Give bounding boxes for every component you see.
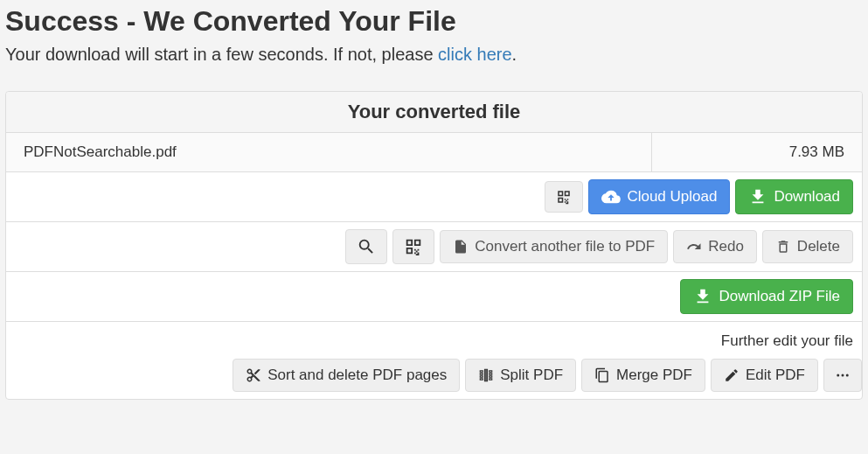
qr-code-icon: [404, 237, 423, 256]
more-options-button[interactable]: [823, 359, 862, 392]
subtitle-suffix: .: [512, 45, 517, 64]
merge-label: Merge PDF: [616, 367, 692, 384]
secondary-action-row: Convert another file to PDF Redo Delete: [6, 222, 862, 272]
download-zip-label: Download ZIP File: [719, 288, 840, 305]
edit-pdf-label: Edit PDF: [746, 367, 805, 384]
svg-point-2: [846, 374, 849, 377]
qr-code-icon: [556, 189, 572, 205]
download-label: Download: [774, 188, 840, 206]
svg-point-0: [837, 374, 839, 377]
redo-icon: [686, 239, 702, 255]
split-icon: [478, 367, 494, 383]
split-pdf-button[interactable]: Split PDF: [465, 359, 576, 392]
primary-action-row: Cloud Upload Download: [6, 172, 862, 222]
convert-another-button[interactable]: Convert another file to PDF: [440, 230, 668, 263]
delete-button[interactable]: Delete: [762, 230, 853, 263]
download-zip-button[interactable]: Download ZIP File: [680, 279, 853, 314]
file-row: PDFNotSearchable.pdf 7.93 MB: [6, 133, 862, 172]
qr-code-button-2[interactable]: [392, 229, 434, 264]
edit-icon: [724, 367, 740, 383]
svg-point-1: [842, 374, 844, 377]
convert-another-label: Convert another file to PDF: [475, 238, 655, 255]
sort-delete-label: Sort and delete PDF pages: [267, 367, 447, 384]
edit-pdf-button[interactable]: Edit PDF: [711, 359, 818, 392]
search-button[interactable]: [345, 229, 387, 264]
edit-section: Further edit your file Sort and delete P…: [6, 322, 862, 399]
merge-pdf-button[interactable]: Merge PDF: [581, 359, 705, 392]
download-icon: [748, 187, 767, 206]
file-name: PDFNotSearchable.pdf: [6, 133, 652, 171]
cloud-upload-label: Cloud Upload: [627, 188, 717, 206]
trash-icon: [775, 239, 791, 255]
delete-label: Delete: [797, 238, 840, 255]
sort-delete-pages-button[interactable]: Sort and delete PDF pages: [233, 359, 460, 392]
page-title: Success - We Converted Your File: [5, 5, 863, 38]
ellipsis-icon: [835, 367, 851, 383]
merge-icon: [594, 367, 610, 383]
download-button[interactable]: Download: [735, 179, 853, 214]
converted-file-panel: Your converted file PDFNotSearchable.pdf…: [5, 91, 863, 400]
scissors-icon: [246, 367, 261, 383]
cloud-upload-icon: [601, 187, 621, 206]
cloud-upload-button[interactable]: Cloud Upload: [588, 179, 730, 214]
redo-button[interactable]: Redo: [673, 230, 757, 263]
file-icon: [453, 239, 469, 255]
file-size: 7.93 MB: [652, 133, 862, 171]
page-subtitle: Your download will start in a few second…: [5, 45, 863, 65]
subtitle-prefix: Your download will start in a few second…: [5, 45, 438, 64]
split-label: Split PDF: [500, 367, 563, 384]
click-here-link[interactable]: click here: [438, 45, 511, 64]
zip-row: Download ZIP File: [6, 272, 862, 322]
download-icon: [693, 287, 712, 306]
panel-header: Your converted file: [6, 92, 862, 133]
further-edit-label: Further edit your file: [15, 332, 853, 350]
qr-code-button[interactable]: [545, 181, 583, 213]
redo-label: Redo: [708, 238, 744, 255]
search-icon: [357, 237, 376, 256]
